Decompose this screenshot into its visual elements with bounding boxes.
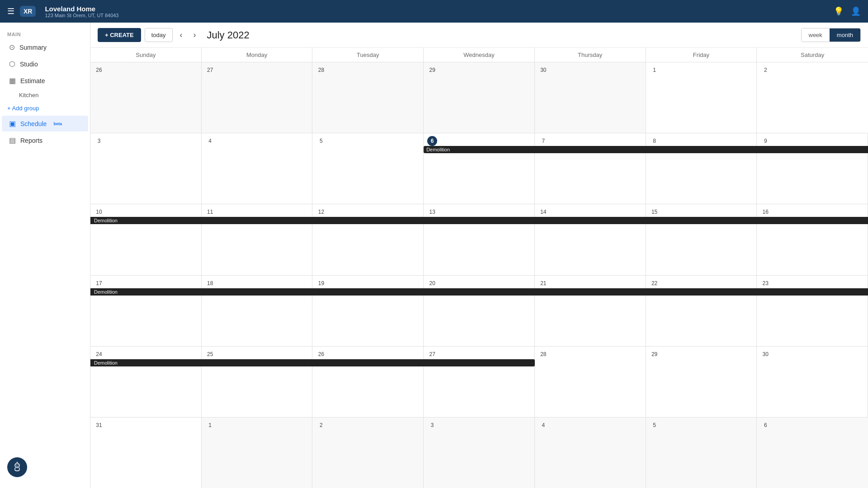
week-view-button[interactable]: week: [802, 28, 830, 42]
cal-day[interactable]: 16: [757, 204, 868, 275]
profile-icon[interactable]: 👤: [851, 6, 861, 16]
cal-day[interactable]: 25: [202, 347, 313, 417]
sidebar-item-summary[interactable]: ⊙ Summary: [2, 39, 88, 55]
sidebar-item-estimate[interactable]: ▦ Estimate: [2, 73, 88, 89]
studio-icon: ⬡: [9, 60, 15, 68]
cal-day[interactable]: 19: [312, 276, 424, 346]
calendar-week-5: 24 25 26 27 28 29 30 Demolition: [90, 347, 868, 418]
cal-day[interactable]: 14: [535, 204, 646, 275]
view-toggle: week month: [801, 28, 861, 42]
cal-day[interactable]: 7: [535, 133, 646, 204]
header-icons: 💡 👤: [834, 6, 861, 16]
cal-day-today[interactable]: 6: [424, 133, 535, 204]
cal-day[interactable]: 9: [757, 133, 868, 204]
calendar-week-3: 10 11 12 13 14 15 16 Demolition: [90, 204, 868, 275]
cal-day[interactable]: 4: [535, 418, 646, 488]
home-info: Loveland Home 123 Main St Orem, UT, UT 8…: [45, 5, 118, 18]
sidebar-item-reports[interactable]: ▤ Reports: [2, 132, 88, 148]
create-button[interactable]: + CREATE: [98, 28, 141, 42]
next-button[interactable]: ›: [190, 28, 200, 42]
cal-day[interactable]: 15: [646, 204, 757, 275]
calendar-title: July 2022: [207, 29, 250, 41]
cal-day[interactable]: 5: [312, 133, 424, 204]
cal-day[interactable]: 29: [646, 347, 757, 417]
cal-day[interactable]: 27: [202, 62, 313, 133]
cal-day[interactable]: 2: [757, 62, 868, 133]
header-wednesday: Wednesday: [424, 48, 535, 62]
logo-text: XR: [24, 8, 32, 15]
cal-day[interactable]: 30: [535, 62, 646, 133]
sidebar-section-main: Main: [0, 28, 90, 39]
cal-day[interactable]: 3: [90, 133, 202, 204]
cal-day[interactable]: 13: [424, 204, 535, 275]
svg-point-4: [17, 462, 18, 463]
sidebar-item-schedule[interactable]: ▣ Schedule beta: [2, 116, 88, 131]
calendar-grid: Sunday Monday Tuesday Wednesday Thursday…: [90, 48, 868, 488]
calendar-weeks: 26 27 28 29 30 1 2 3 4 5 6 7 8 9: [90, 62, 868, 488]
sidebar-item-label: Summary: [19, 44, 47, 51]
cal-day[interactable]: 31: [90, 418, 202, 488]
header-friday: Friday: [646, 48, 757, 62]
home-title: Loveland Home: [45, 5, 118, 13]
sidebar-sub-kitchen[interactable]: Kitchen: [0, 89, 90, 101]
cal-day[interactable]: 26: [312, 347, 424, 417]
schedule-icon: ▣: [9, 119, 16, 128]
cal-day[interactable]: 18: [202, 276, 313, 346]
summary-icon: ⊙: [9, 43, 15, 52]
cal-day[interactable]: 23: [757, 276, 868, 346]
sidebar-item-label: Schedule: [20, 120, 47, 127]
add-group-button[interactable]: + Add group: [0, 101, 90, 115]
sidebar-item-label: Reports: [20, 137, 42, 144]
cal-day[interactable]: 8: [646, 133, 757, 204]
cal-day[interactable]: 24: [90, 347, 202, 417]
header-tuesday: Tuesday: [312, 48, 424, 62]
prev-button[interactable]: ‹: [176, 28, 186, 42]
beta-badge: beta: [51, 121, 64, 127]
svg-point-1: [16, 465, 17, 465]
cal-day[interactable]: 28: [535, 347, 646, 417]
calendar-toolbar: + CREATE today ‹ › July 2022 week month: [90, 23, 868, 48]
cal-day[interactable]: 22: [646, 276, 757, 346]
sidebar-item-studio[interactable]: ⬡ Studio: [2, 56, 88, 72]
today-button[interactable]: today: [145, 28, 173, 42]
cal-day[interactable]: 28: [312, 62, 424, 133]
month-view-button[interactable]: month: [830, 28, 860, 42]
cal-day[interactable]: 21: [535, 276, 646, 346]
cal-day[interactable]: 6: [757, 418, 868, 488]
cal-day[interactable]: 5: [646, 418, 757, 488]
reports-icon: ▤: [9, 136, 16, 145]
header-thursday: Thursday: [535, 48, 646, 62]
calendar-week-1: 26 27 28 29 30 1 2: [90, 62, 868, 133]
cal-day[interactable]: 11: [202, 204, 313, 275]
calendar-week-6: 31 1 2 3 4 5 6: [90, 418, 868, 488]
home-address: 123 Main St Orem, UT, UT 84043: [45, 13, 118, 18]
cal-day[interactable]: 10: [90, 204, 202, 275]
cal-day[interactable]: 12: [312, 204, 424, 275]
svg-point-2: [18, 465, 19, 465]
cal-day[interactable]: 20: [424, 276, 535, 346]
help-icon[interactable]: 💡: [834, 6, 844, 16]
sidebar-item-label: Estimate: [20, 77, 45, 84]
header-monday: Monday: [202, 48, 313, 62]
cal-day[interactable]: 27: [424, 347, 535, 417]
cal-day[interactable]: 30: [757, 347, 868, 417]
cal-day[interactable]: 26: [90, 62, 202, 133]
calendar-week-2: 3 4 5 6 7 8 9 Demolition: [90, 133, 868, 204]
calendar-week-4: 17 18 19 20 21 22 23 Demolition: [90, 276, 868, 347]
cal-day[interactable]: 4: [202, 133, 313, 204]
content-area: + CREATE today ‹ › July 2022 week month …: [90, 23, 868, 488]
estimate-icon: ▦: [9, 76, 16, 85]
menu-icon[interactable]: ☰: [7, 6, 14, 16]
cal-day[interactable]: 3: [424, 418, 535, 488]
sidebar-item-label: Studio: [20, 61, 38, 68]
calendar-header-row: Sunday Monday Tuesday Wednesday Thursday…: [90, 48, 868, 62]
cal-day[interactable]: 29: [424, 62, 535, 133]
cal-day[interactable]: 2: [312, 418, 424, 488]
cal-day[interactable]: 17: [90, 276, 202, 346]
cal-day[interactable]: 1: [646, 62, 757, 133]
header-sunday: Sunday: [90, 48, 202, 62]
sidebar: Main ⊙ Summary ⬡ Studio ▦ Estimate Kitch…: [0, 23, 90, 488]
bot-icon[interactable]: [7, 457, 27, 477]
cal-day[interactable]: 1: [202, 418, 313, 488]
header-saturday: Saturday: [757, 48, 868, 62]
